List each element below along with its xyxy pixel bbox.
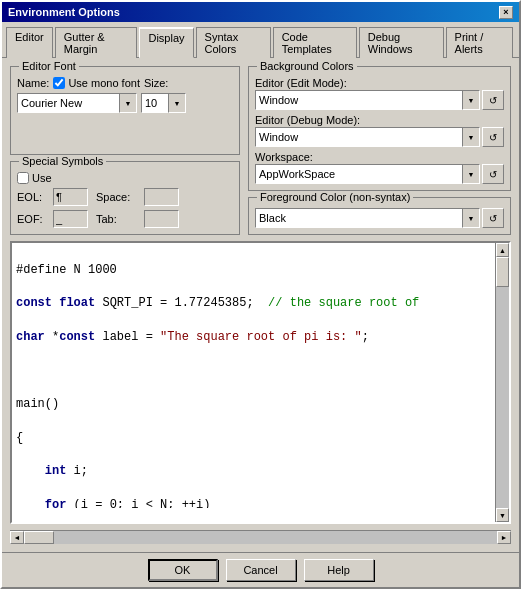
tab-bar: Editor Gutter & Margin Display Syntax Co…	[2, 22, 519, 58]
foreground-color-label: Foreground Color (non-syntax)	[257, 191, 413, 203]
foreground-color-select[interactable]: Black	[255, 208, 480, 228]
horizontal-scrollbar[interactable]: ◄ ►	[10, 530, 511, 544]
debug-mode-label: Editor (Debug Mode):	[255, 114, 504, 126]
use-mono-label: Use mono font	[53, 77, 140, 89]
workspace-row: AppWorkSpace ▼ ↺	[255, 164, 504, 184]
preview-area: #define N 1000 const float SQRT_PI = 1.7…	[10, 241, 511, 524]
help-button[interactable]: Help	[304, 559, 374, 581]
preview-line-8: for (i = 0; i < N; ++i)	[16, 497, 505, 508]
vertical-scrollbar[interactable]: ▲ ▼	[495, 243, 509, 522]
editor-font-group: Editor Font Name: Use mono font Size: Co…	[10, 66, 240, 155]
scroll-down-btn[interactable]: ▼	[496, 508, 509, 522]
tab-debug-windows[interactable]: Debug Windows	[359, 27, 444, 58]
cancel-button[interactable]: Cancel	[226, 559, 296, 581]
eol-input[interactable]	[53, 188, 88, 206]
close-button[interactable]: ×	[499, 6, 513, 19]
tab-syntax-colors[interactable]: Syntax Colors	[196, 27, 271, 58]
editor-font-label: Editor Font	[19, 60, 79, 72]
eof-label: EOF:	[17, 213, 45, 225]
tab-input[interactable]	[144, 210, 179, 228]
foreground-color-refresh-btn[interactable]: ↺	[482, 208, 504, 228]
eof-input[interactable]	[53, 210, 88, 228]
debug-mode-select[interactable]: Window	[255, 127, 480, 147]
preview-line-1: #define N 1000	[16, 262, 505, 279]
bottom-bar: OK Cancel Help	[2, 552, 519, 587]
use-symbols-label: Use	[17, 172, 52, 184]
workspace-refresh-btn[interactable]: ↺	[482, 164, 504, 184]
ok-button[interactable]: OK	[148, 559, 218, 581]
main-window: Environment Options × Editor Gutter & Ma…	[0, 0, 521, 589]
foreground-color-row: Black ▼ ↺	[255, 208, 504, 228]
workspace-label: Workspace:	[255, 151, 504, 163]
scroll-right-btn[interactable]: ►	[497, 531, 511, 544]
top-panels: Editor Font Name: Use mono font Size: Co…	[10, 66, 511, 235]
debug-mode-refresh-btn[interactable]: ↺	[482, 127, 504, 147]
use-symbols-checkbox[interactable]	[17, 172, 29, 184]
preview-line-5: main()	[16, 396, 505, 413]
use-mono-checkbox[interactable]	[53, 77, 65, 89]
preview-content: #define N 1000 const float SQRT_PI = 1.7…	[12, 243, 509, 508]
scroll-up-btn[interactable]: ▲	[496, 243, 509, 257]
edit-mode-select-wrapper: Window ▼	[255, 90, 480, 110]
tab-editor[interactable]: Editor	[6, 27, 53, 58]
edit-mode-select[interactable]: Window	[255, 90, 480, 110]
background-colors-group: Background Colors Editor (Edit Mode): Wi…	[248, 66, 511, 191]
edit-mode-row: Window ▼ ↺	[255, 90, 504, 110]
foreground-color-group: Foreground Color (non-syntax) Black ▼ ↺	[248, 197, 511, 235]
title-bar-buttons: ×	[499, 6, 513, 19]
tab-display[interactable]: Display	[139, 27, 193, 58]
font-size-select[interactable]: 10	[141, 93, 186, 113]
preview-line-7: int i;	[16, 463, 505, 480]
preview-line-2: const float SQRT_PI = 1.77245385; // the…	[16, 295, 505, 312]
font-size-select-wrapper: 10 ▼	[141, 93, 186, 113]
edit-mode-refresh-btn[interactable]: ↺	[482, 90, 504, 110]
symbols-row-2: EOF: Tab:	[17, 210, 233, 228]
scroll-v-thumb[interactable]	[496, 257, 509, 287]
background-colors-label: Background Colors	[257, 60, 357, 72]
font-name-select-wrapper: Courier New ▼	[17, 93, 137, 113]
name-label: Name:	[17, 77, 49, 89]
right-panel: Background Colors Editor (Edit Mode): Wi…	[248, 66, 511, 235]
content-area: Editor Font Name: Use mono font Size: Co…	[2, 58, 519, 552]
size-label: Size:	[144, 77, 168, 89]
scroll-left-btn[interactable]: ◄	[10, 531, 24, 544]
workspace-select-wrapper: AppWorkSpace ▼	[255, 164, 480, 184]
eol-label: EOL:	[17, 191, 45, 203]
space-label: Space:	[96, 191, 136, 203]
left-panel: Editor Font Name: Use mono font Size: Co…	[10, 66, 240, 235]
title-bar: Environment Options ×	[2, 2, 519, 22]
special-symbols-group: Special Symbols Use EOL: Space:	[10, 161, 240, 235]
workspace-select[interactable]: AppWorkSpace	[255, 164, 480, 184]
edit-mode-label: Editor (Edit Mode):	[255, 77, 504, 89]
tab-print-alerts[interactable]: Print / Alerts	[446, 27, 513, 58]
window-title: Environment Options	[8, 6, 120, 18]
scroll-h-thumb[interactable]	[24, 531, 54, 544]
tab-code-templates[interactable]: Code Templates	[273, 27, 357, 58]
preview-line-3: char *const label = "The square root of …	[16, 329, 505, 346]
tab-gutter-margin[interactable]: Gutter & Margin	[55, 27, 138, 58]
preview-line-6: {	[16, 430, 505, 447]
debug-mode-select-wrapper: Window ▼	[255, 127, 480, 147]
debug-mode-row: Window ▼ ↺	[255, 127, 504, 147]
special-symbols-label: Special Symbols	[19, 155, 106, 167]
foreground-color-select-wrapper: Black ▼	[255, 208, 480, 228]
font-name-select[interactable]: Courier New	[17, 93, 137, 113]
space-input[interactable]	[144, 188, 179, 206]
tab-label: Tab:	[96, 213, 136, 225]
scroll-v-track[interactable]	[496, 257, 509, 508]
symbols-row-1: EOL: Space:	[17, 188, 233, 206]
preview-line-4	[16, 363, 505, 380]
scroll-h-track[interactable]	[24, 531, 497, 544]
